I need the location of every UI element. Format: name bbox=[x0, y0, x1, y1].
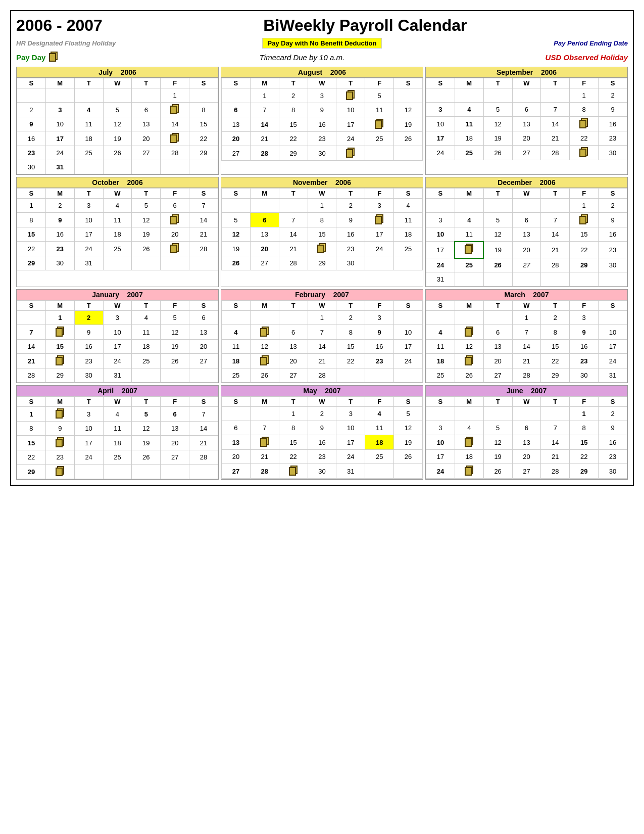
table-cell: 25 bbox=[222, 368, 251, 383]
table-cell: 6 bbox=[161, 407, 189, 422]
table-cell: 14 bbox=[512, 340, 541, 354]
month-may: May 2007SMTWTFS1234567891011121315161718… bbox=[221, 385, 423, 480]
month-year: 2006 bbox=[127, 178, 143, 187]
table-cell: 2 bbox=[308, 407, 336, 421]
table-cell: 5 bbox=[103, 103, 132, 117]
table-cell: 18 bbox=[222, 354, 251, 368]
weekday-header-S: S bbox=[599, 397, 627, 407]
table-cell: 9 bbox=[599, 421, 627, 435]
weekday-header-T: T bbox=[132, 301, 161, 311]
table-cell: 25 bbox=[455, 258, 483, 272]
table-cell: 28 bbox=[189, 242, 218, 256]
weekday-header-T: T bbox=[336, 189, 365, 199]
table-cell: 15 bbox=[45, 340, 74, 354]
weekday-header-T: T bbox=[132, 397, 161, 407]
weekday-header-S: S bbox=[189, 78, 218, 88]
table-cell bbox=[161, 242, 189, 256]
table-cell: 2 bbox=[279, 88, 308, 103]
table-cell: 1 bbox=[308, 199, 336, 213]
table-cell bbox=[512, 272, 541, 287]
table-cell bbox=[455, 272, 483, 287]
table-cell bbox=[45, 407, 74, 422]
table-cell: 10 bbox=[599, 325, 627, 340]
table-cell: 30 bbox=[336, 256, 365, 270]
table-cell bbox=[189, 88, 218, 103]
month-header-november: November 2006 bbox=[221, 177, 423, 188]
cal-table-november: SMTWTFS123456789111213141516171819202123… bbox=[221, 188, 423, 270]
month-header-february: February 2007 bbox=[221, 290, 423, 300]
weekday-header-S: S bbox=[426, 78, 455, 88]
table-cell: 23 bbox=[45, 242, 74, 256]
stacked-pages-icon bbox=[55, 437, 65, 448]
table-cell bbox=[394, 146, 423, 161]
stacked-pages-icon bbox=[55, 327, 65, 338]
table-cell: 21 bbox=[308, 354, 336, 368]
table-cell: 26 bbox=[483, 258, 512, 272]
table-cell: 27 bbox=[483, 368, 512, 383]
table-cell: 7 bbox=[512, 325, 541, 340]
month-november: November 2006SMTWTFS12345678911121314151… bbox=[221, 177, 423, 287]
table-cell: 17 bbox=[103, 340, 132, 354]
table-cell: 29 bbox=[189, 146, 218, 160]
cal-table-august: SMTWTFS123567891011121314151617192021222… bbox=[221, 78, 423, 161]
table-cell: 19 bbox=[483, 242, 512, 258]
month-year: 2006 bbox=[540, 178, 556, 187]
table-cell bbox=[455, 199, 483, 213]
weekday-header-S: S bbox=[599, 301, 627, 311]
table-cell: 29 bbox=[308, 256, 336, 270]
table-cell: 23 bbox=[17, 146, 46, 160]
weekday-header-T: T bbox=[336, 78, 365, 88]
table-cell bbox=[394, 464, 423, 479]
weekday-header-T: T bbox=[74, 189, 103, 199]
table-cell: 10 bbox=[426, 227, 455, 242]
table-cell: 20 bbox=[222, 132, 251, 146]
table-cell: 18 bbox=[426, 354, 455, 368]
month-name: July bbox=[98, 68, 113, 76]
table-cell bbox=[455, 325, 483, 340]
table-cell: 1 bbox=[570, 407, 599, 421]
table-cell: 9 bbox=[17, 117, 46, 131]
month-name: January bbox=[92, 291, 119, 299]
weekday-header-W: W bbox=[308, 78, 336, 88]
weekday-header-T: T bbox=[541, 301, 570, 311]
table-cell: 18 bbox=[455, 131, 483, 146]
table-cell: 11 bbox=[365, 103, 394, 117]
table-cell bbox=[45, 465, 74, 479]
table-cell: 23 bbox=[599, 242, 627, 258]
table-cell bbox=[161, 256, 189, 270]
table-cell: 28 bbox=[279, 256, 308, 270]
table-cell bbox=[426, 199, 455, 213]
table-cell: 16 bbox=[74, 340, 103, 354]
table-cell bbox=[483, 407, 512, 421]
month-year: 2006 bbox=[541, 68, 557, 76]
table-cell: 23 bbox=[599, 450, 627, 464]
table-cell: 11 bbox=[365, 421, 394, 435]
month-july: July 2006SMTWTFS123456891011121314151617… bbox=[16, 67, 219, 175]
weekday-header-M: M bbox=[250, 397, 279, 407]
table-cell: 28 bbox=[161, 146, 189, 160]
weekday-header-W: W bbox=[512, 78, 541, 88]
table-cell: 23 bbox=[308, 450, 336, 464]
month-february: February 2007SMTWTFS12346789101112131415… bbox=[221, 289, 423, 383]
weekday-header-F: F bbox=[570, 301, 599, 311]
table-cell: 27 bbox=[512, 146, 541, 160]
weekday-header-T: T bbox=[132, 189, 161, 199]
cal-table-march: SMTWTFS123467891011121314151617182021222… bbox=[426, 300, 627, 383]
table-cell bbox=[161, 465, 189, 479]
table-cell bbox=[483, 199, 512, 213]
month-header-october: October 2006 bbox=[17, 177, 218, 188]
weekday-header-W: W bbox=[512, 301, 541, 311]
table-cell: 7 bbox=[541, 103, 570, 117]
table-cell: 9 bbox=[45, 422, 74, 436]
table-cell: 24 bbox=[103, 354, 132, 368]
table-cell: 5 bbox=[394, 407, 423, 421]
table-cell bbox=[394, 368, 423, 383]
table-cell: 24 bbox=[74, 242, 103, 256]
table-cell: 8 bbox=[17, 213, 46, 227]
month-year: 2007 bbox=[122, 387, 137, 395]
stacked-pages-icon bbox=[464, 244, 474, 255]
table-cell bbox=[17, 311, 46, 325]
table-cell bbox=[336, 146, 365, 161]
table-cell: 24 bbox=[394, 354, 423, 368]
table-cell: 15 bbox=[279, 435, 308, 450]
